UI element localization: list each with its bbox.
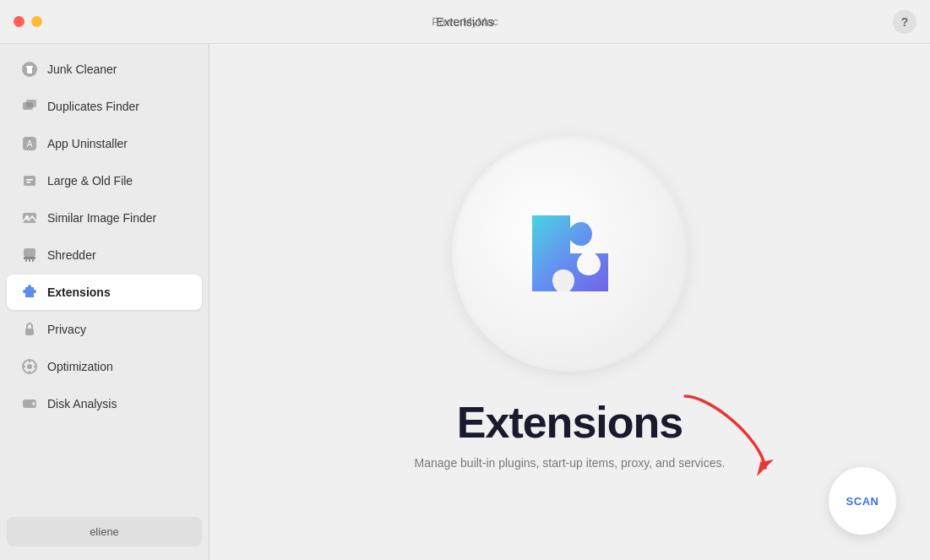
svg-rect-16 — [32, 259, 34, 262]
sidebar-item-app-uninstaller[interactable]: A App Uninstaller — [7, 126, 202, 161]
svg-rect-7 — [24, 176, 35, 186]
app-uninstaller-icon: A — [20, 134, 39, 153]
window-title: Extensions — [436, 15, 493, 29]
content-area: Extensions Manage built-in plugins, star… — [209, 44, 930, 560]
svg-rect-9 — [26, 182, 30, 183]
close-button[interactable] — [14, 16, 24, 27]
minimize-button[interactable] — [31, 16, 42, 27]
svg-rect-14 — [25, 259, 27, 262]
large-old-file-label: Large & Old File — [47, 174, 133, 188]
sidebar-item-privacy[interactable]: Privacy — [7, 312, 202, 347]
privacy-label: Privacy — [47, 323, 86, 336]
svg-rect-13 — [24, 257, 35, 259]
traffic-lights — [14, 16, 42, 27]
junk-cleaner-label: Junk Cleaner — [47, 63, 117, 76]
title-bar: PowerMyMac Extensions ? — [0, 0, 930, 44]
svg-text:A: A — [27, 139, 33, 149]
svg-rect-1 — [27, 67, 32, 73]
similar-image-finder-icon — [20, 209, 39, 227]
optimization-icon — [20, 357, 39, 376]
main-layout: Junk Cleaner Duplicates Finder A App Uni… — [0, 44, 930, 560]
privacy-icon — [20, 320, 39, 339]
extensions-label: Extensions — [47, 285, 111, 299]
svg-rect-17 — [25, 329, 34, 335]
svg-rect-2 — [26, 66, 33, 68]
duplicates-finder-icon — [20, 97, 39, 116]
shredder-label: Shredder — [47, 248, 96, 262]
optimization-label: Optimization — [47, 360, 113, 373]
sidebar: Junk Cleaner Duplicates Finder A App Uni… — [0, 44, 209, 560]
app-uninstaller-label: App Uninstaller — [47, 137, 128, 150]
disk-analysis-label: Disk Analysis — [47, 397, 117, 410]
sidebar-item-extensions[interactable]: Extensions — [7, 275, 202, 310]
junk-cleaner-icon — [20, 60, 39, 79]
large-old-file-icon — [20, 171, 39, 190]
svg-point-25 — [32, 402, 35, 405]
puzzle-icon — [507, 190, 634, 317]
svg-point-19 — [27, 364, 32, 369]
duplicates-finder-label: Duplicates Finder — [47, 100, 139, 113]
sidebar-item-shredder[interactable]: Shredder — [7, 237, 202, 273]
sidebar-item-optimization[interactable]: Optimization — [7, 349, 202, 384]
svg-rect-4 — [26, 100, 36, 107]
disk-analysis-icon — [20, 394, 39, 413]
svg-rect-12 — [24, 248, 35, 257]
feature-icon-circle — [452, 135, 688, 372]
arrow-decoration — [677, 388, 778, 484]
sidebar-item-duplicates-finder[interactable]: Duplicates Finder — [7, 89, 202, 124]
sidebar-item-disk-analysis[interactable]: Disk Analysis — [7, 386, 202, 421]
content-title: Extensions — [457, 397, 683, 448]
help-button[interactable]: ? — [893, 10, 916, 34]
extensions-icon — [20, 283, 39, 302]
sidebar-item-similar-image-finder[interactable]: Similar Image Finder — [7, 200, 202, 236]
sidebar-item-junk-cleaner[interactable]: Junk Cleaner — [7, 52, 202, 87]
scan-button[interactable]: SCAN — [829, 467, 896, 535]
svg-rect-8 — [26, 179, 33, 181]
sidebar-item-large-old-file[interactable]: Large & Old File — [7, 163, 202, 198]
svg-rect-15 — [29, 259, 30, 262]
shredder-icon — [20, 246, 39, 264]
user-section[interactable]: eliene — [7, 517, 202, 546]
similar-image-finder-label: Similar Image Finder — [47, 211, 156, 225]
